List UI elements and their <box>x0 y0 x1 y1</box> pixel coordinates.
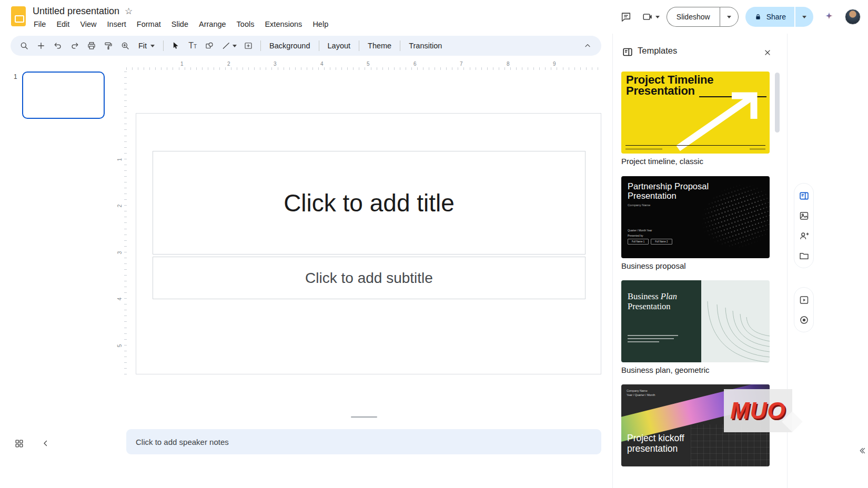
title-placeholder-text: Click to add title <box>284 189 455 217</box>
undo-icon <box>53 41 63 50</box>
filmstrip-collapse-button[interactable] <box>41 439 51 450</box>
panel-close-button[interactable] <box>760 45 775 60</box>
cursor-icon <box>171 41 180 50</box>
doc-title-row: Untitled presentation ☆ <box>33 6 133 17</box>
zoom-value: Fit <box>138 42 147 50</box>
slides-logo-icon[interactable] <box>11 6 26 26</box>
paint-format-button[interactable] <box>100 38 116 54</box>
menu-extensions[interactable]: Extensions <box>259 18 307 30</box>
zoom-select[interactable]: Fit <box>134 38 159 54</box>
menu-slide[interactable]: Slide <box>166 18 194 30</box>
subtitle-placeholder[interactable]: Click to add subtitle <box>153 257 586 299</box>
menu-format[interactable]: Format <box>132 18 166 30</box>
divider <box>625 145 765 146</box>
ruler-number: 2 <box>227 61 230 67</box>
menu-arrange[interactable]: Arrange <box>194 18 231 30</box>
toolbar-collapse-button[interactable] <box>580 38 596 54</box>
zoom-button[interactable] <box>117 38 133 54</box>
curve-graphic <box>698 280 770 362</box>
slideshow-options-button[interactable] <box>720 7 739 27</box>
share-group: Share <box>745 7 813 27</box>
text-line-graphic <box>628 338 674 339</box>
new-slide-button[interactable] <box>33 38 49 54</box>
text-box-tool-button[interactable]: TT <box>185 38 200 54</box>
doc-title[interactable]: Untitled presentation <box>33 6 119 17</box>
notes-resize-handle[interactable] <box>351 416 377 418</box>
share-button[interactable]: Share <box>745 7 794 27</box>
share-options-button[interactable] <box>795 7 813 27</box>
fineprint-graphic <box>625 148 662 150</box>
template-preview-title: Partnership Proposal Presentation <box>628 181 709 200</box>
star-icon[interactable]: ☆ <box>125 7 133 16</box>
insert-placeholder-icon <box>244 41 253 50</box>
menu-tools[interactable]: Tools <box>231 18 260 30</box>
folder-rail-button[interactable] <box>798 249 810 262</box>
subtitle-placeholder-text: Click to add subtitle <box>305 270 433 287</box>
templates-icon <box>622 46 633 58</box>
menu-edit[interactable]: Edit <box>51 18 75 30</box>
theme-button[interactable]: Theme <box>363 38 396 54</box>
share-label: Share <box>766 13 786 21</box>
speaker-notes[interactable]: Click to add speaker notes <box>126 429 601 454</box>
gemini-button[interactable] <box>820 8 838 26</box>
undo-button[interactable] <box>50 38 66 54</box>
side-rail-bottom <box>794 287 814 332</box>
chevron-down-icon <box>150 45 155 47</box>
menu-insert[interactable]: Insert <box>102 18 132 30</box>
grid-view-button[interactable] <box>14 439 24 451</box>
panel-scrollbar[interactable] <box>775 73 780 133</box>
template-caption: Project timeline, classic <box>621 157 703 166</box>
toolbar-separator <box>400 40 400 51</box>
select-tool-button[interactable] <box>168 38 184 54</box>
ruler-number: 3 <box>274 61 277 67</box>
slideshow-button[interactable]: Slideshow <box>667 7 720 27</box>
redo-button[interactable] <box>67 38 83 54</box>
templates-rail-button[interactable] <box>798 189 810 202</box>
ruler-number: 4 <box>320 61 324 67</box>
present-rail-button[interactable] <box>798 293 810 306</box>
slide-thumbnail-1[interactable] <box>22 72 105 119</box>
hide-side-panel-button[interactable] <box>857 446 867 458</box>
line-tool-button[interactable] <box>218 38 239 54</box>
chevron-down-icon <box>655 16 660 18</box>
template-preview-subtitle: Company Name <box>628 204 650 207</box>
slide-canvas[interactable]: Click to add title Click to add subtitle <box>136 113 601 374</box>
watermark-text: MUO <box>730 398 786 424</box>
title-placeholder[interactable]: Click to add title <box>153 151 586 255</box>
shape-tool-button[interactable] <box>201 38 217 54</box>
contacts-rail-button[interactable] <box>798 229 810 242</box>
name-chip: Full Name 1 <box>628 239 649 245</box>
comments-button[interactable] <box>617 8 635 26</box>
avatar[interactable] <box>845 9 861 25</box>
ruler-number: 2 <box>117 205 123 208</box>
template-card-project-timeline[interactable]: Project Timeline Presentation <box>621 72 770 154</box>
template-card-business-plan[interactable]: Business Plan Presentation <box>621 280 770 362</box>
chevron-down-icon <box>802 16 806 18</box>
transition-button[interactable]: Transition <box>404 38 447 54</box>
menu-help[interactable]: Help <box>307 18 334 30</box>
print-icon <box>87 41 96 50</box>
search-menus-button[interactable] <box>16 38 32 54</box>
paint-roller-icon <box>104 41 113 50</box>
record-rail-button[interactable] <box>798 313 810 326</box>
toolbar-separator <box>319 40 319 51</box>
arrow-graphic <box>621 72 770 154</box>
ruler-number: 5 <box>117 344 123 348</box>
print-button[interactable] <box>84 38 99 54</box>
layout-button[interactable]: Layout <box>323 38 356 54</box>
menu-file[interactable]: File <box>28 18 51 30</box>
join-call-button[interactable] <box>642 11 660 23</box>
toolbar-separator <box>163 40 164 51</box>
fineprint-graphic <box>750 148 765 150</box>
menu-view[interactable]: View <box>75 18 102 30</box>
shapes-icon <box>205 41 214 50</box>
side-rail-top <box>794 183 814 268</box>
template-preview-title: Project kickoff presentation <box>627 433 684 454</box>
chevron-left-icon <box>41 439 51 448</box>
insert-placeholder-button[interactable] <box>240 38 256 54</box>
template-card-partnership-proposal[interactable]: Partnership Proposal Presentation Compan… <box>621 176 770 258</box>
template-preview-meta: Company Name Year / Quarter / Month <box>627 389 655 398</box>
muo-watermark: MUO <box>724 389 792 432</box>
background-button[interactable]: Background <box>265 38 315 54</box>
photos-rail-button[interactable] <box>798 209 810 222</box>
